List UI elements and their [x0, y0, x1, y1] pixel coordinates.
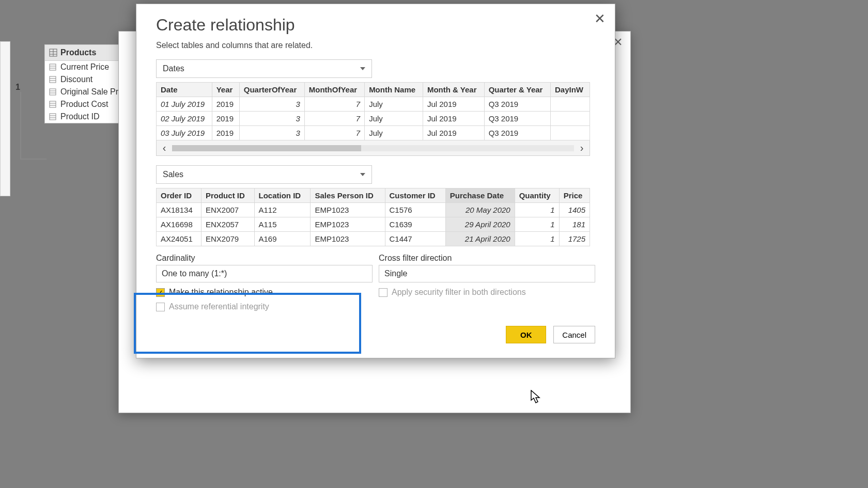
cell: EMP1023	[311, 232, 385, 246]
cell: A115	[254, 217, 311, 232]
checkbox-checked-icon[interactable]: ✓	[156, 288, 165, 297]
table1-preview[interactable]: Date Year QuarterOfYear MonthOfYear Mont…	[156, 82, 590, 140]
column-icon	[49, 101, 57, 108]
cell: 02 July 2019	[157, 112, 212, 126]
cell: 03 July 2019	[157, 126, 212, 140]
column-header[interactable]: DayInW	[551, 83, 590, 97]
cell: 2019	[212, 112, 239, 126]
table-icon	[49, 49, 57, 57]
cell: 2019	[212, 97, 239, 112]
cell: Q3 2019	[484, 112, 550, 126]
cell: 1	[515, 217, 559, 232]
security-checkbox-row: Apply security filter in both directions	[379, 288, 595, 297]
scroll-thumb[interactable]	[172, 145, 361, 151]
cell: ENX2057	[201, 217, 254, 232]
cell: A169	[254, 232, 311, 246]
column-icon	[49, 76, 57, 83]
scroll-track[interactable]	[172, 145, 574, 151]
table2-select[interactable]: Sales	[156, 165, 372, 184]
cell: 7	[304, 126, 364, 140]
cell: Jul 2019	[423, 97, 484, 112]
field-name: Original Sale Pri	[60, 87, 120, 97]
cell: 1405	[559, 203, 590, 217]
column-header[interactable]: Quarter & Year	[484, 83, 550, 97]
column-header[interactable]: Month & Year	[423, 83, 484, 97]
table-row[interactable]: 03 July 2019 2019 3 7 July Jul 2019 Q3 2…	[157, 126, 590, 140]
column-header[interactable]: Product ID	[201, 188, 254, 203]
close-icon[interactable]: ✕	[592, 11, 608, 27]
column-header[interactable]: QuarterOfYear	[239, 83, 304, 97]
cardinality-label: Cardinality	[156, 254, 373, 263]
column-header[interactable]: Customer ID	[385, 188, 445, 203]
column-header[interactable]: Order ID	[157, 188, 202, 203]
cell: 2019	[212, 126, 239, 140]
column-icon	[49, 113, 57, 120]
products-table-title: Products	[60, 48, 96, 57]
scroll-right-icon[interactable]: ›	[574, 142, 590, 154]
cardinality-select[interactable]: One to many (1:*)	[156, 265, 373, 282]
crossfilter-label: Cross filter direction	[379, 254, 595, 263]
table2-preview[interactable]: Order ID Product ID Location ID Sales Pe…	[156, 188, 590, 246]
table-row[interactable]: AX24051 ENX2079 A169 EMP1023 C1447 21 Ap…	[157, 232, 590, 246]
active-checkbox-label: Make this relationship active	[169, 288, 273, 297]
svg-rect-10	[50, 89, 56, 95]
cell: Jul 2019	[423, 112, 484, 126]
checkbox-empty-icon	[379, 288, 388, 297]
crossfilter-value: Single	[384, 269, 407, 278]
cancel-button[interactable]: Cancel	[553, 326, 595, 343]
cell: July	[365, 97, 423, 112]
cell	[551, 112, 590, 126]
cell: ENX2079	[201, 232, 254, 246]
column-header[interactable]: Year	[212, 83, 239, 97]
cell: 29 April 2020	[445, 217, 515, 232]
cell: EMP1023	[311, 203, 385, 217]
column-header[interactable]: Price	[559, 188, 590, 203]
cardinality-value: One to many (1:*)	[162, 269, 227, 278]
column-header[interactable]: Sales Person ID	[311, 188, 385, 203]
column-header[interactable]: Location ID	[254, 188, 311, 203]
cell: 1	[515, 203, 559, 217]
field-name: Product ID	[60, 112, 100, 121]
column-header[interactable]: Date	[157, 83, 212, 97]
integrity-checkbox-label: Assume referential integrity	[169, 302, 269, 311]
crossfilter-select[interactable]: Single	[379, 265, 595, 282]
dialog-subtitle: Select tables and columns that are relat…	[156, 41, 595, 50]
cell: C1576	[385, 203, 445, 217]
ok-button[interactable]: OK	[506, 326, 546, 343]
horizontal-scrollbar[interactable]: ‹ ›	[156, 140, 590, 156]
table-row[interactable]: AX16698 ENX2057 A115 EMP1023 C1639 29 Ap…	[157, 217, 590, 232]
crossfilter-section: Cross filter direction Single Apply secu…	[379, 254, 595, 311]
cell: AX18134	[157, 203, 202, 217]
cell: A112	[254, 203, 311, 217]
column-header[interactable]: Month Name	[365, 83, 423, 97]
active-checkbox-row[interactable]: ✓ Make this relationship active	[156, 288, 373, 297]
cell: 7	[304, 97, 364, 112]
cell: Q3 2019	[484, 97, 550, 112]
column-header[interactable]: Quantity	[515, 188, 559, 203]
scroll-left-icon[interactable]: ‹	[157, 142, 172, 154]
svg-rect-7	[50, 76, 56, 83]
cell: 3	[239, 97, 304, 112]
table1-select[interactable]: Dates	[156, 59, 372, 78]
column-header[interactable]: Purchase Date	[445, 188, 515, 203]
cell: C1639	[385, 217, 445, 232]
cell: 1	[515, 232, 559, 246]
field-name: Current Price	[60, 62, 109, 72]
table-row[interactable]: AX18134 ENX2007 A112 EMP1023 C1576 20 Ma…	[157, 203, 590, 217]
cell: ENX2007	[201, 203, 254, 217]
column-header[interactable]: MonthOfYear	[304, 83, 364, 97]
chevron-down-icon	[360, 173, 365, 176]
cell: 01 July 2019	[157, 97, 212, 112]
cell: C1447	[385, 232, 445, 246]
cell	[551, 126, 590, 140]
cell: EMP1023	[311, 217, 385, 232]
cell: 7	[304, 112, 364, 126]
cardinality-label-one: 1	[16, 83, 20, 91]
cell: 3	[239, 112, 304, 126]
cell: 20 May 2020	[445, 203, 515, 217]
table-row[interactable]: 01 July 2019 2019 3 7 July Jul 2019 Q3 2…	[157, 97, 590, 112]
cell: AX24051	[157, 232, 202, 246]
table-row[interactable]: 02 July 2019 2019 3 7 July Jul 2019 Q3 2…	[157, 112, 590, 126]
cardinality-section: Cardinality One to many (1:*) ✓ Make thi…	[156, 254, 373, 311]
cell: Jul 2019	[423, 126, 484, 140]
